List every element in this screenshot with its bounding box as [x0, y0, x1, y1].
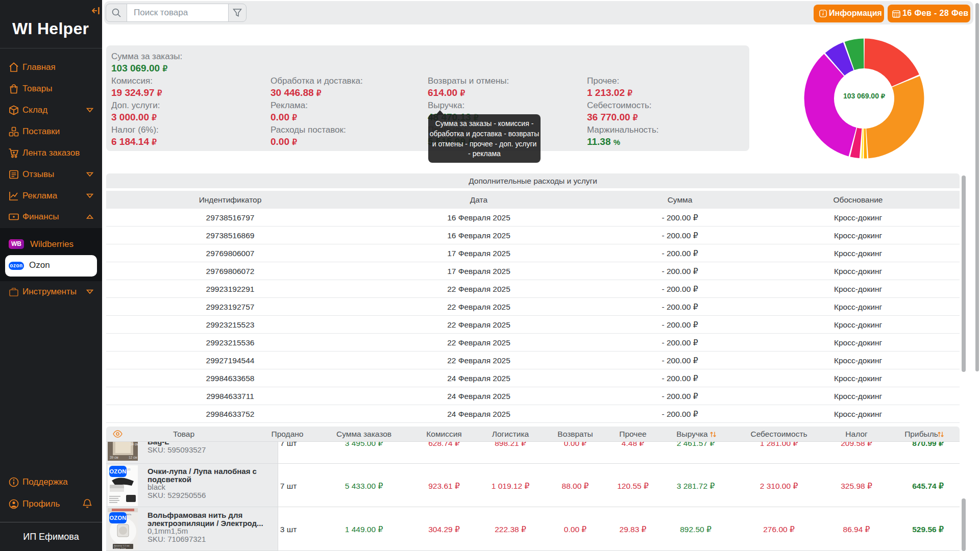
- svg-text:12 см: 12 см: [129, 456, 137, 459]
- svg-text:34 см: 34 см: [130, 442, 138, 446]
- svg-text:нить: нить: [126, 513, 132, 516]
- svg-text:39 см: 39 см: [110, 456, 118, 459]
- svg-text:2G: 2G: [127, 468, 131, 471]
- svg-text:Длина: 1,5 м: Длина: 1,5 м: [114, 547, 126, 549]
